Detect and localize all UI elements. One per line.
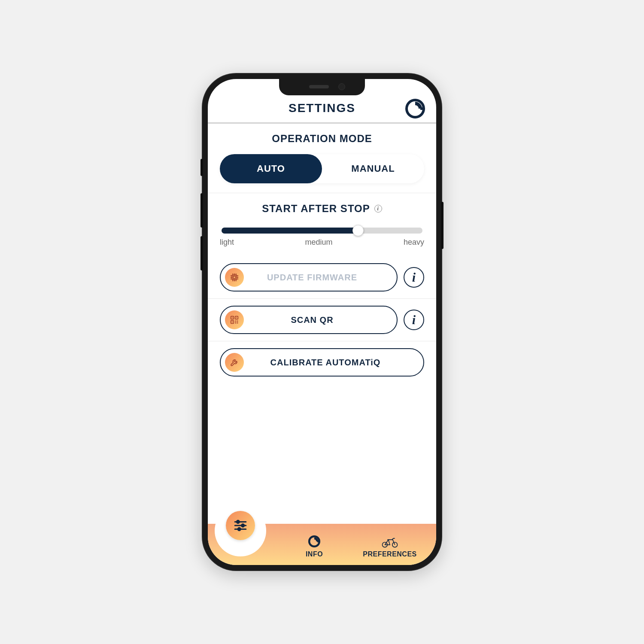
phone-frame: SETTINGS OPERATION MODE AUTO MANUAL STAR… [202, 73, 442, 571]
info-icon[interactable]: i [374, 205, 382, 213]
svg-rect-20 [236, 317, 237, 318]
nav-info[interactable]: INFO [276, 534, 352, 558]
side-button [200, 159, 203, 176]
calibrate-button[interactable]: CALIBRATE AUTOMATiQ [220, 348, 424, 377]
nav-items: INFO PREFERENCES [208, 534, 436, 558]
slider-thumb[interactable] [352, 225, 364, 236]
segment-manual[interactable]: MANUAL [322, 154, 424, 183]
slider-fill [222, 228, 358, 234]
segment-auto[interactable]: AUTO [220, 154, 322, 183]
qr-icon [225, 310, 244, 329]
slider-container: light medium heavy [220, 224, 424, 247]
svg-rect-24 [235, 322, 237, 324]
start-after-stop-label: START AFTER STOP [262, 203, 370, 215]
start-after-stop-title: START AFTER STOP i [220, 203, 424, 215]
scan-qr-info-button[interactable]: i [404, 310, 424, 330]
slider-label-mid: medium [305, 238, 332, 247]
chip-icon [225, 268, 244, 287]
svg-rect-23 [237, 321, 238, 322]
bottom-nav: INFO PREFERENCES [208, 513, 436, 565]
nav-info-label: INFO [306, 550, 323, 558]
slider-label-low: light [220, 238, 234, 247]
bike-icon [381, 536, 398, 549]
svg-rect-33 [317, 541, 319, 542]
update-firmware-row: UPDATE FIRMWARE i [208, 256, 436, 299]
notch [279, 79, 365, 95]
nav-preferences-label: PREFERENCES [363, 550, 417, 558]
page-title: SETTINGS [289, 101, 355, 115]
nav-preferences[interactable]: PREFERENCES [352, 536, 428, 558]
svg-rect-2 [232, 275, 237, 280]
svg-point-27 [237, 520, 239, 523]
scan-qr-label: SCAN QR [251, 315, 392, 325]
update-firmware-button[interactable]: UPDATE FIRMWARE [220, 263, 398, 292]
slider-label-high: heavy [404, 238, 424, 247]
svg-rect-19 [232, 317, 233, 318]
update-firmware-info-button[interactable]: i [404, 267, 424, 288]
volume-up-button [200, 193, 203, 228]
update-firmware-label: UPDATE FIRMWARE [251, 273, 392, 283]
svg-rect-25 [237, 322, 238, 324]
calibrate-row: CALIBRATE AUTOMATiQ [208, 341, 436, 383]
operation-mode-toggle[interactable]: AUTO MANUAL [220, 154, 424, 183]
phone-screen: SETTINGS OPERATION MODE AUTO MANUAL STAR… [208, 79, 436, 565]
sliders-icon [233, 518, 248, 533]
info-logo-icon [307, 534, 322, 549]
slider-labels: light medium heavy [220, 238, 424, 247]
svg-rect-3 [233, 276, 236, 279]
svg-rect-21 [232, 322, 233, 322]
power-button [441, 202, 444, 249]
volume-down-button [200, 236, 203, 270]
calibrate-label: CALIBRATE AUTOMATiQ [251, 358, 419, 368]
svg-point-31 [238, 528, 240, 530]
content: OPERATION MODE AUTO MANUAL START AFTER S… [208, 123, 436, 513]
brand-logo-icon [405, 99, 425, 118]
svg-point-29 [242, 524, 244, 527]
operation-mode-title: OPERATION MODE [220, 133, 424, 145]
svg-rect-1 [420, 107, 424, 110]
start-after-stop-slider[interactable] [222, 228, 422, 234]
operation-mode-section: OPERATION MODE AUTO MANUAL [208, 123, 436, 193]
scan-qr-button[interactable]: SCAN QR [220, 306, 398, 334]
start-after-stop-section: START AFTER STOP i light medium heavy [208, 193, 436, 256]
scan-qr-row: SCAN QR i [208, 299, 436, 341]
svg-rect-22 [235, 321, 237, 322]
wrench-icon [225, 353, 244, 372]
